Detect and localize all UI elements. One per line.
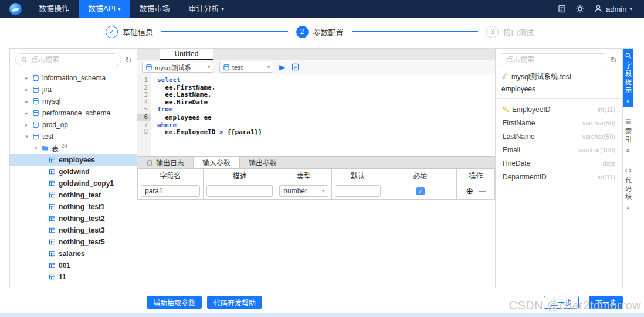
database-select[interactable]: test ▾ (219, 62, 273, 73)
add-row-icon[interactable]: ⊕ (466, 186, 473, 195)
editor-toolbar: mysql测试系... ▾ test ▾ ▶ (137, 60, 495, 74)
rail-section[interactable]: 索引» (623, 114, 633, 156)
param-name-input[interactable] (141, 185, 200, 197)
tree-database-item[interactable]: ▸information_schema (10, 72, 137, 84)
refresh-icon[interactable]: ↻ (610, 56, 617, 64)
tree-database-item[interactable]: ▾test (10, 131, 137, 142)
code-editor[interactable]: 12345678 select ee.FirstName, ee.LastNam… (137, 74, 495, 156)
next-step-button[interactable]: 下一步 (589, 296, 623, 309)
refresh-icon[interactable]: ↻ (125, 56, 132, 64)
code-dev-help-button[interactable]: 代码开发帮助 (207, 296, 262, 309)
format-sql-icon[interactable] (291, 63, 300, 71)
user-menu[interactable]: admin ▾ (594, 4, 632, 13)
tree-table-item[interactable]: nothing_test3 (10, 224, 137, 236)
tree-table-item[interactable]: employees (10, 154, 137, 166)
field-name: LastName (503, 132, 535, 141)
param-type-select[interactable]: number▾ (279, 185, 328, 197)
code-token: from (157, 105, 173, 113)
params-header-row: 字段名描述类型默认必填操作 (138, 169, 495, 182)
settings-gear-icon[interactable] (575, 4, 585, 13)
run-query-button[interactable]: ▶ (279, 63, 285, 71)
previous-step-button[interactable]: 上一步 (544, 296, 579, 309)
chevron-right-icon[interactable]: ▸ (24, 87, 29, 93)
param-default-input[interactable] (335, 185, 381, 197)
required-checkbox[interactable]: ✓ (416, 187, 425, 195)
assist-extract-params-button[interactable]: 辅助抽取参数 (147, 296, 202, 309)
user-icon (594, 4, 603, 13)
chevron-right-icon[interactable]: ▸ (24, 110, 29, 116)
datasource-select[interactable]: mysql测试系... ▾ (142, 62, 213, 73)
nav-item[interactable]: 数据操作 (29, 0, 79, 18)
database-select-value: test (232, 64, 243, 71)
params-tab[interactable]: 输入参数 (194, 157, 240, 168)
tree-table-item[interactable]: goldwind_copy1 (10, 178, 137, 189)
chevron-down-icon[interactable]: ▾ (33, 145, 39, 151)
fields-search-input[interactable] (506, 56, 601, 64)
step-1[interactable]: ✓基础信息 (106, 26, 153, 38)
tree-table-item[interactable]: 001 (10, 260, 137, 271)
step-3[interactable]: 3接口测试 (486, 26, 534, 38)
tree-table-item[interactable]: nothing_test1 (10, 201, 137, 213)
code-token: select (157, 76, 181, 84)
workspace: ↻ ▸information_schema▸jira▸mysql▸perform… (9, 48, 633, 288)
rail-label: 代码块 (623, 177, 633, 202)
tree-table-item[interactable]: 11 (10, 271, 137, 283)
tree-table-item[interactable]: salaries (10, 248, 137, 260)
editor-tab[interactable]: Untitled (160, 49, 213, 60)
tree-database-item[interactable]: ▸prod_op (10, 119, 137, 131)
code-token: {{para1}} (223, 128, 262, 136)
chevron-down-icon[interactable]: ▾ (24, 134, 29, 139)
nav-item[interactable]: 数据API▾ (79, 0, 130, 18)
param-description-input[interactable] (206, 185, 273, 197)
explorer-search-box[interactable] (15, 53, 121, 66)
code-token: > (219, 128, 223, 136)
folder-name: 表 (52, 144, 59, 154)
navbar-right: admin ▾ (557, 4, 644, 13)
table-name: nothing_test (59, 191, 101, 199)
line-number-gutter: 12345678 (137, 74, 151, 156)
chevron-right-icon[interactable]: ▸ (24, 98, 29, 104)
tree-table-item[interactable]: nothing_test (10, 189, 137, 201)
explorer-search-input[interactable] (31, 56, 116, 64)
field-name-text: LastName (503, 132, 535, 141)
nav-item[interactable]: 数据市场 (130, 0, 179, 18)
database-icon (32, 133, 39, 140)
tree-table-item[interactable]: nothing_test2 (10, 213, 137, 224)
step-marker: ✓ (106, 26, 118, 38)
table-icon (49, 238, 56, 246)
step-connector (352, 31, 478, 32)
params-column-header: 默认 (331, 169, 384, 182)
tree-database-item[interactable]: ▸jira (10, 84, 137, 96)
step-2[interactable]: 2参数配置 (296, 26, 344, 38)
steps: ✓基础信息2参数配置3接口测试 (106, 26, 534, 38)
rail-section[interactable]: 字段提示« (623, 49, 633, 107)
rail-section[interactable]: 代码块» (623, 163, 633, 214)
explorer-search-row: ↻ (10, 49, 137, 69)
document-export-icon[interactable] (557, 4, 567, 13)
tree-tables-folder[interactable]: ▾表24 (10, 142, 137, 154)
params-tab[interactable]: 输出参数 (240, 157, 286, 168)
field-name: HireDate (503, 159, 530, 168)
chevron-down-icon: ▾ (629, 6, 632, 12)
params-empty-area (137, 200, 495, 288)
tree-database-item[interactable]: ▸performance_schema (10, 107, 137, 119)
app-logo[interactable] (9, 3, 22, 15)
chevron-right-icon[interactable]: ▸ (24, 122, 29, 128)
remove-row-icon[interactable]: — (479, 188, 486, 195)
tree-table-item[interactable]: nothing_test5 (10, 236, 137, 248)
field-type: int(11) (598, 106, 615, 113)
field-row: EmployeeIDint(11) (496, 103, 622, 116)
collapse-chevron-icon: » (626, 147, 630, 154)
cell-field-name (138, 182, 204, 200)
nav-item[interactable]: 审计分析▾ (179, 0, 234, 18)
params-column-header: 必填 (384, 169, 457, 182)
table-name: goldwind (59, 168, 90, 176)
chevron-right-icon[interactable]: ▸ (24, 75, 29, 81)
code-area[interactable]: select ee.FirstName, ee.LastName, ee.Hir… (151, 74, 495, 156)
tree-table-item[interactable]: goldwind (10, 166, 137, 178)
params-tab[interactable]: 输出日志 (137, 157, 194, 168)
table-icon (49, 203, 56, 210)
fields-search-box[interactable] (501, 53, 606, 66)
bottom-strip (0, 313, 644, 317)
tree-database-item[interactable]: ▸mysql (10, 96, 137, 107)
